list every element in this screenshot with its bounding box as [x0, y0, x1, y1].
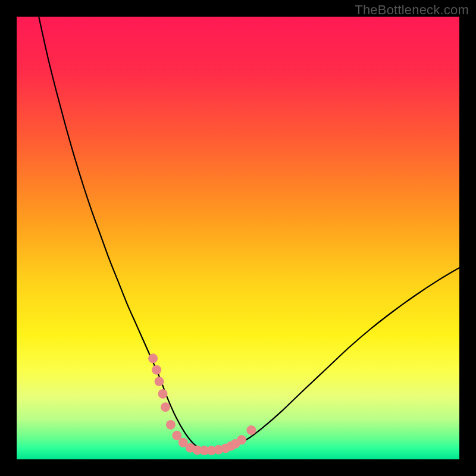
curve-marker — [148, 353, 158, 363]
curve-marker — [237, 435, 246, 444]
chart-frame: TheBottleneck.com — [0, 0, 476, 476]
curve-marker — [161, 402, 170, 412]
watermark-text: TheBottleneck.com — [355, 2, 469, 18]
curve-marker — [152, 365, 161, 375]
curve-marker — [246, 425, 256, 435]
curve-marker — [166, 420, 176, 430]
gradient-background — [17, 17, 459, 459]
curve-marker — [155, 377, 164, 386]
chart-svg — [17, 17, 459, 459]
curve-marker — [158, 389, 168, 399]
plot-area — [17, 17, 459, 459]
